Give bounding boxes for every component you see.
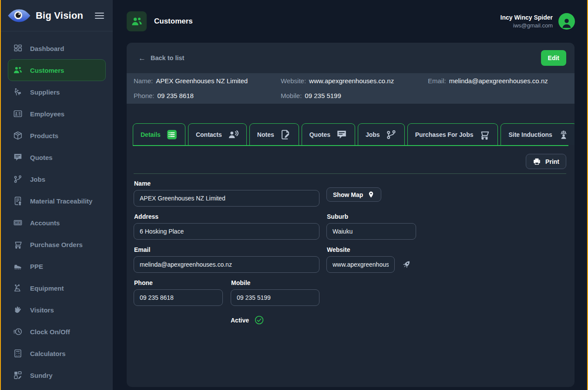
print-label: Print bbox=[545, 158, 559, 165]
sidebar-item-label: Calculators bbox=[30, 350, 66, 357]
main-area: Customers Incy Wincy Spider iws@gmail.co… bbox=[113, 0, 587, 390]
calculator-icon: −×+= bbox=[13, 349, 23, 358]
check-circle-icon bbox=[254, 315, 264, 325]
sidebar-item-label: Equipment bbox=[30, 285, 64, 292]
mobile-input[interactable] bbox=[231, 289, 319, 306]
back-to-list-label: Back to list bbox=[151, 54, 184, 61]
edit-button[interactable]: Edit bbox=[541, 50, 566, 66]
cart-icon bbox=[479, 129, 490, 140]
summary-mobile: Mobile:09 235 5199 bbox=[281, 88, 428, 103]
tab-site-inductions[interactable]: Site Inductions bbox=[501, 123, 575, 145]
purchase-orders-icon bbox=[13, 240, 23, 249]
summary-website: Website:www.apexgreenhouses.co.nz bbox=[281, 74, 428, 88]
mobile-label: Mobile bbox=[231, 279, 319, 286]
tab-quotes[interactable]: Quotes bbox=[302, 123, 355, 145]
sidebar-item-material-traceability[interactable]: Material Traceability bbox=[8, 190, 106, 212]
sidebar-item-clock-on-off[interactable]: Clock On/Off bbox=[8, 321, 106, 343]
notes-icon bbox=[280, 129, 291, 140]
sidebar-item-label: Clock On/Off bbox=[30, 328, 70, 336]
back-to-list-link[interactable]: ← Back to list bbox=[138, 54, 184, 62]
name-label: Name bbox=[134, 180, 319, 187]
tab-bar: Details Contacts Notes Quotes bbox=[133, 123, 568, 146]
sidebar-item-label: Jobs bbox=[30, 176, 45, 183]
address-label: Address bbox=[134, 213, 319, 220]
products-icon bbox=[13, 131, 23, 140]
phone-label: Phone bbox=[134, 279, 223, 286]
summary-name: Name:APEX Greenhouses NZ Limited bbox=[134, 74, 281, 88]
user-info: Incy Wincy Spider iws@gmail.com bbox=[501, 14, 553, 29]
person-icon bbox=[560, 16, 574, 30]
user-name: Incy Wincy Spider bbox=[501, 14, 553, 21]
summary-email: Email:melinda@apexgreenhouses.co.nz bbox=[428, 74, 568, 88]
launch-website-rocket-icon[interactable] bbox=[401, 259, 412, 270]
clock-icon bbox=[13, 327, 23, 336]
sidebar-item-suppliers[interactable]: Suppliers bbox=[8, 81, 106, 103]
printer-icon bbox=[533, 157, 541, 166]
details-icon bbox=[166, 129, 178, 140]
name-field: Name bbox=[134, 180, 319, 207]
website-input[interactable] bbox=[326, 256, 395, 273]
suppliers-icon bbox=[13, 87, 23, 97]
suburb-label: Suburb bbox=[327, 213, 431, 220]
email-field: Email bbox=[134, 246, 319, 273]
branch-icon bbox=[386, 129, 397, 140]
sidebar-item-equipment[interactable]: Equipment bbox=[8, 277, 106, 299]
sidebar-item-purchase-orders[interactable]: Purchase Orders bbox=[8, 234, 106, 255]
dashboard-icon bbox=[13, 44, 23, 53]
tab-notes[interactable]: Notes bbox=[249, 123, 299, 145]
svg-text:100: 100 bbox=[16, 222, 20, 224]
sidebar-item-jobs[interactable]: Jobs bbox=[8, 168, 106, 190]
active-label: Active bbox=[231, 317, 249, 324]
user-email: iws@gmail.com bbox=[501, 22, 553, 29]
back-arrow-icon: ← bbox=[138, 54, 146, 62]
sidebar-item-sundry[interactable]: Sundry bbox=[8, 364, 106, 386]
print-row: Print bbox=[134, 154, 566, 169]
sidebar-item-accounts[interactable]: 100 Accounts bbox=[8, 212, 106, 234]
address-input[interactable] bbox=[134, 223, 319, 240]
tab-contacts[interactable]: Contacts bbox=[188, 123, 247, 145]
sidebar-item-products[interactable]: Products bbox=[8, 125, 106, 146]
equipment-icon bbox=[13, 283, 23, 293]
material-traceability-icon bbox=[13, 196, 23, 206]
sidebar-item-quotes[interactable]: Quotes bbox=[8, 146, 106, 168]
sidebar-item-visitors[interactable]: Visitors bbox=[8, 299, 106, 321]
show-map-button[interactable]: Show Map bbox=[326, 187, 381, 202]
website-label: Website bbox=[327, 246, 431, 253]
show-map-label: Show Map bbox=[333, 191, 363, 198]
name-input[interactable] bbox=[134, 190, 319, 207]
sidebar-item-label: Purchase Orders bbox=[30, 241, 83, 248]
sidebar-nav: Dashboard Customers Suppliers Employees … bbox=[1, 31, 113, 390]
sidebar-header: Big Vision bbox=[1, 0, 113, 31]
mobile-field: Mobile bbox=[231, 279, 319, 306]
contacts-icon bbox=[228, 129, 239, 140]
panel-divider bbox=[134, 173, 566, 174]
print-button[interactable]: Print bbox=[526, 154, 566, 169]
tab-purchases-for-jobs[interactable]: Purchases For Jobs bbox=[407, 123, 498, 145]
sidebar-item-label: Employees bbox=[30, 110, 64, 118]
address-field: Address bbox=[134, 213, 319, 240]
tab-jobs[interactable]: Jobs bbox=[358, 123, 405, 145]
sidebar-item-ppe[interactable]: PPE bbox=[8, 255, 106, 277]
customers-icon bbox=[13, 65, 23, 75]
email-label: Email bbox=[134, 246, 319, 253]
hamburger-menu-icon[interactable] bbox=[93, 11, 106, 20]
phone-field: Phone bbox=[134, 279, 223, 306]
card-toolbar: ← Back to list Edit bbox=[127, 43, 575, 73]
suburb-input[interactable] bbox=[326, 223, 416, 240]
email-input[interactable] bbox=[134, 256, 319, 273]
user-avatar[interactable] bbox=[558, 13, 575, 30]
sidebar-item-calculators[interactable]: −×+= Calculators bbox=[8, 343, 106, 364]
tab-details[interactable]: Details bbox=[133, 123, 185, 145]
svg-text:=: = bbox=[18, 354, 20, 357]
sidebar-item-customers[interactable]: Customers bbox=[8, 59, 106, 81]
sidebar-item-label: Customers bbox=[30, 67, 64, 74]
page-title: Customers bbox=[154, 17, 193, 26]
sidebar-item-employees[interactable]: Employees bbox=[8, 103, 106, 125]
ppe-icon bbox=[13, 261, 23, 271]
customer-summary-band: Name:APEX Greenhouses NZ Limited Website… bbox=[127, 73, 575, 104]
phone-input[interactable] bbox=[134, 289, 223, 306]
quotes-icon bbox=[13, 153, 23, 162]
svg-text:+: + bbox=[16, 354, 18, 357]
sidebar-item-dashboard[interactable]: Dashboard bbox=[8, 37, 106, 59]
sidebar-item-label: Visitors bbox=[30, 306, 54, 314]
